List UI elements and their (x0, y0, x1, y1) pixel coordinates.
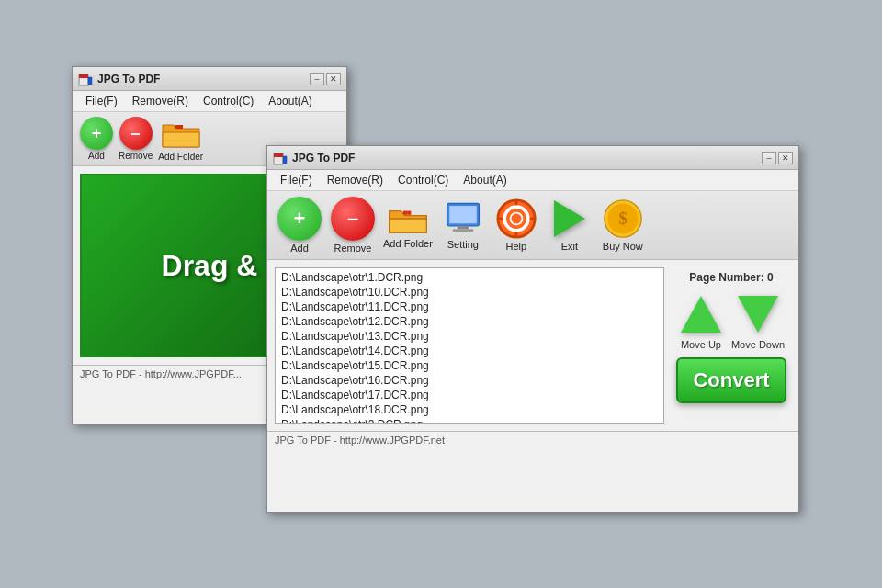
bg-remove-btn[interactable]: – Remove (119, 117, 153, 161)
fg-status-text: JPG To PDF - http://www.JPGPDF.net (275, 435, 445, 446)
bg-title-text: JPG To PDF (97, 73, 160, 85)
svg-rect-4 (179, 125, 183, 129)
add-folder-label: Add Folder (383, 238, 433, 249)
file-list-container: D:\Landscape\otr\1.DCR.pngD:\Landscape\o… (275, 267, 664, 424)
svg-rect-8 (403, 211, 407, 215)
exit-label: Exit (561, 241, 578, 252)
svg-rect-3 (175, 125, 179, 129)
up-arrow-icon (681, 296, 721, 333)
list-item: D:\Landscape\otr\12.DCR.png (279, 314, 660, 329)
fg-minimize-btn[interactable]: – (762, 152, 776, 164)
bg-remove-label: Remove (119, 151, 153, 161)
move-down-button[interactable] (735, 291, 781, 337)
bg-close-btn[interactable]: ✕ (326, 73, 341, 85)
help-button[interactable]: Help (493, 198, 539, 252)
fg-toolbar: + Add – Remove Add Folder (267, 191, 798, 260)
move-up-container: Move Up (678, 291, 724, 350)
setting-label: Setting (447, 239, 479, 250)
bg-remove-icon: – (119, 117, 153, 150)
fg-menu-remove[interactable]: Remove(R) (322, 172, 389, 188)
list-item: D:\Landscape\otr\2.DCR.png (279, 417, 660, 424)
list-item: D:\Landscape\otr\1.DCR.png (279, 270, 660, 285)
svg-rect-2 (88, 77, 92, 85)
folder-icon (388, 201, 428, 236)
fg-title-controls: – ✕ (762, 152, 793, 164)
move-down-container: Move Down (731, 291, 785, 350)
monitor-icon (443, 200, 483, 237)
fg-menu-about[interactable]: About(A) (458, 172, 512, 188)
content-area: D:\Landscape\otr\1.DCR.pngD:\Landscape\o… (267, 260, 798, 431)
list-item: D:\Landscape\otr\14.DCR.png (279, 344, 660, 358)
coin-icon: $ (603, 198, 643, 239)
svg-rect-1 (79, 74, 88, 78)
svg-point-21 (511, 214, 521, 224)
svg-rect-11 (449, 206, 477, 223)
buy-now-label: Buy Now (603, 241, 643, 252)
remove-button[interactable]: – Remove (330, 197, 376, 254)
bg-menu-control[interactable]: Control(C) (198, 93, 259, 109)
fg-title-icon (273, 151, 288, 165)
exit-button[interactable]: Exit (547, 198, 593, 252)
bg-menu-remove[interactable]: Remove(R) (127, 93, 194, 109)
down-arrow-icon (738, 296, 778, 333)
fg-title-bar: JPG To PDF – ✕ (267, 146, 798, 170)
bg-menu-file[interactable]: File(F) (80, 93, 123, 109)
bg-title-bar-left: JPG To PDF (78, 72, 160, 86)
add-label: Add (290, 243, 309, 254)
bg-add-label: Add (88, 151, 105, 161)
bg-minimize-btn[interactable]: – (310, 73, 324, 85)
help-icon (496, 198, 537, 239)
add-icon: + (277, 197, 322, 241)
bg-add-icon: + (80, 117, 113, 150)
fg-menu-control[interactable]: Control(C) (392, 172, 454, 188)
move-down-label: Move Down (731, 339, 785, 350)
drag-drop-text: Drag & (162, 249, 258, 283)
fg-title-text: JPG To PDF (292, 152, 355, 164)
list-item: D:\Landscape\otr\15.DCR.png (279, 358, 660, 373)
bg-title-bar: JPG To PDF – ✕ (73, 67, 346, 91)
bg-title-icon (78, 72, 93, 86)
add-button[interactable]: + Add (277, 197, 322, 254)
bg-add-btn[interactable]: + Add (80, 117, 113, 161)
svg-rect-7 (283, 156, 287, 164)
bg-addfolder-btn[interactable]: Add Folder (158, 116, 203, 162)
remove-label: Remove (334, 243, 372, 254)
list-item: D:\Landscape\otr\10.DCR.png (279, 285, 660, 300)
fg-menu-file[interactable]: File(F) (275, 172, 318, 188)
fg-close-btn[interactable]: ✕ (778, 152, 793, 164)
file-list[interactable]: D:\Landscape\otr\1.DCR.pngD:\Landscape\o… (275, 267, 664, 424)
bg-menu-bar: File(F) Remove(R) Control(C) About(A) (73, 91, 346, 112)
right-panel: Page Number: 0 Move Up Move Down Convert (672, 267, 791, 424)
svg-rect-12 (458, 226, 469, 229)
add-folder-button[interactable]: Add Folder (383, 201, 433, 249)
svg-text:$: $ (618, 209, 627, 228)
list-item: D:\Landscape\otr\17.DCR.png (279, 388, 660, 402)
bg-folder-icon (161, 116, 201, 151)
exit-arrow-icon (548, 198, 592, 239)
svg-rect-6 (274, 153, 283, 157)
list-item: D:\Landscape\otr\11.DCR.png (279, 300, 660, 314)
bg-title-controls: – ✕ (310, 73, 341, 85)
page-number: Page Number: 0 (689, 271, 773, 284)
list-item: D:\Landscape\otr\18.DCR.png (279, 402, 660, 417)
list-item: D:\Landscape\otr\13.DCR.png (279, 329, 660, 344)
fg-menu-bar: File(F) Remove(R) Control(C) About(A) (267, 170, 798, 191)
convert-button[interactable]: Convert (676, 357, 786, 403)
svg-rect-9 (407, 211, 411, 215)
foreground-window: JPG To PDF – ✕ File(F) Remove(R) Control… (266, 145, 799, 513)
move-up-button[interactable] (678, 291, 724, 337)
buy-now-button[interactable]: $ Buy Now (600, 198, 646, 252)
svg-rect-13 (453, 229, 474, 232)
bg-addfolder-label: Add Folder (158, 152, 203, 162)
remove-icon: – (331, 197, 375, 241)
list-item: D:\Landscape\otr\16.DCR.png (279, 373, 660, 388)
fg-status-bar: JPG To PDF - http://www.JPGPDF.net (267, 431, 798, 448)
move-up-label: Move Up (681, 339, 721, 350)
bg-menu-about[interactable]: About(A) (263, 93, 317, 109)
fg-title-bar-left: JPG To PDF (273, 151, 355, 165)
setting-button[interactable]: Setting (440, 200, 486, 250)
move-arrows: Move Up Move Down (678, 291, 785, 350)
help-label: Help (506, 241, 527, 252)
bg-status-text: JPG To PDF - http://www.JPGPDF... (80, 368, 242, 379)
